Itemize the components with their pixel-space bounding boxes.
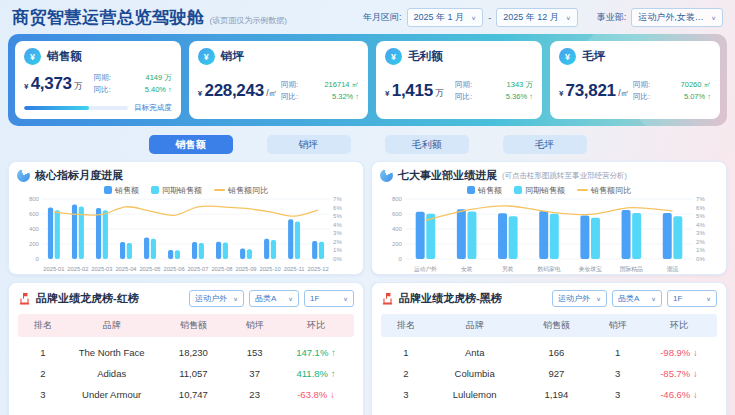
bu-select[interactable]: 运动户外,女装… ∨ [631,8,723,27]
kpi-period-value: 4149 万 [146,72,172,84]
currency-symbol: ¥ [24,82,31,91]
trophy-icon [18,292,31,305]
bar-series1-3[interactable] [498,213,507,259]
bar-series1-1[interactable] [416,212,425,259]
bar-series2-2[interactable] [467,211,476,258]
table-card-black: 品牌业绩龙虎榜-黑榜运动户外∨品类A∨1F∨排名品牌销售额销坪环比1Anta16… [371,282,727,415]
bu-value: 运动户外,女装… [638,11,704,24]
kpi-title: 毛坪 [582,49,605,64]
bar-series1-5[interactable] [580,216,589,259]
table-title: 品牌业绩龙虎榜-红榜 [36,291,139,306]
date-from-select[interactable]: 2025 年 1 月 ∨ [407,8,484,27]
kpi-value: ¥ 228,243 /㎡ [198,81,277,101]
bar-series2-7 [199,243,204,259]
header-controls: 年月区间: 2025 年 1 月 ∨ - 2025 年 12 月 ∨ 事业部: … [363,8,723,27]
chart-title: 核心指标月度进展 [35,168,123,183]
legend-item[interactable]: 销售额 [467,185,502,196]
kpi-value: ¥ 4,373 万 [24,74,83,94]
svg-text:2025-06: 2025-06 [163,266,184,272]
svg-text:2025-10: 2025-10 [259,266,280,272]
chevron-down-icon: ∨ [288,295,293,301]
kpi-title: 销坪 [221,49,244,64]
bar-series1-3 [96,208,101,259]
bar-series2-3[interactable] [509,216,518,259]
bu-filter[interactable]: 运动户外∨ [552,290,607,307]
sales-cell: 927 [522,368,590,379]
target-progress: 目标完成度 [24,103,172,113]
kpi-yoy-label: 同比: [281,91,298,103]
brand-cell: Under Armour [64,389,159,400]
ratio-cell: 411.8% ↑ [282,368,350,379]
bar-series2-6[interactable] [632,213,641,259]
legend-label: 同期销售额 [162,185,202,196]
svg-text:2025-07: 2025-07 [187,266,208,272]
legend-item[interactable]: 销售额 [104,185,139,196]
category-filter[interactable]: 品类A∨ [612,290,662,307]
kpi-card-3: ¥毛利额¥ 1,415 万同期:1343 万同比:5.36% ↑ [376,41,542,119]
tab-gross-profit[interactable]: 毛利额 [385,135,469,154]
bar-series1-6[interactable] [622,210,631,259]
line-swatch [214,189,225,191]
category-filter[interactable]: 品类A∨ [249,290,299,307]
bar-series1-4[interactable] [539,211,548,259]
brand-cell: Anta [427,347,522,358]
svg-text:200: 200 [392,241,403,247]
rank-cell: 2 [385,368,427,379]
legend-item[interactable]: 同期销售额 [151,185,202,196]
header: 商贸智慧运营总览驾驶舱 (该页面仅为示例数据) 年月区间: 2025 年 1 月… [0,0,735,32]
table-title: 品牌业绩龙虎榜-黑榜 [399,291,502,306]
ratio-cell: 147.1% ↑ [282,347,350,358]
brand-cell: Columbia [427,368,522,379]
floor-filter[interactable]: 1F∨ [304,290,354,307]
svg-text:3%: 3% [333,230,342,236]
bar-series1-2 [72,204,77,259]
brand-cell: Lululemon [427,389,522,400]
filter-value: 运动户外 [195,293,227,304]
kpi-value: ¥ 1,415 万 [385,81,444,101]
kpi-yoy-label: 同比: [633,91,650,103]
bar-series2-9 [247,249,252,259]
tab-gross-per-area[interactable]: 毛坪 [503,135,587,154]
kpi-yoy-value: 5.07% ↑ [684,91,711,103]
bar-series1-7[interactable] [663,213,672,259]
bar-series1-2[interactable] [457,209,466,259]
table-row: 1Anta1661-98.9% ↓ [381,337,717,358]
bar-series2-4[interactable] [550,214,559,259]
tab-sales-per-area[interactable]: 销坪 [267,135,351,154]
kpi-yoy-label: 同比: [455,91,472,103]
filter-value: 运动户外 [558,293,590,304]
svg-text:2025-09: 2025-09 [235,266,256,272]
svg-text:4%: 4% [696,222,705,228]
page-subtitle: (该页面仅为示例数据) [210,15,287,26]
title-wrap: 商贸智慧运营总览驾驶舱 (该页面仅为示例数据) [12,6,287,29]
svg-text:5%: 5% [696,213,705,219]
kpi-period-label: 同期: [94,72,111,84]
bar-series2-10 [271,240,276,259]
bar-series1-9 [240,248,245,258]
legend-item[interactable]: 同期销售额 [514,185,565,196]
kpi-yoy-value: 5.32% ↑ [332,91,359,103]
chart-head: 七大事业部业绩进展 (可点击柱形图跳转至事业部经营分析) [380,168,718,183]
floor-filter[interactable]: 1F∨ [667,290,717,307]
legend-item[interactable]: 销售额同比 [214,185,268,196]
yoy-line [54,206,318,216]
kpi-unit: 万 [72,81,83,91]
area-cell: 23 [227,389,281,400]
bar-series2-5[interactable] [591,218,600,259]
bar-series2-7[interactable] [673,216,682,259]
ratio-cell: -46.6% ↓ [645,389,713,400]
bar-series2-3 [103,210,108,259]
table-row: 1The North Face18,230153147.1% ↑ [18,337,354,358]
charts-row: 核心指标月度进展 销售额同期销售额销售额同比 02004006008000%1%… [8,161,727,275]
svg-text:0%: 0% [333,256,342,262]
legend-label: 销售额同比 [591,185,631,196]
bu-filter[interactable]: 运动户外∨ [189,290,244,307]
date-to-select[interactable]: 2025 年 12 月 ∨ [496,8,578,27]
tab-sales-amount[interactable]: 销售额 [149,135,233,154]
svg-text:国际精品: 国际精品 [620,265,643,273]
legend-item[interactable]: 销售额同比 [577,185,631,196]
monthly-chart-svg: 02004006008000%1%2%3%4%5%6%7%2025-012025… [17,196,355,274]
ratio-cell: -98.9% ↓ [645,347,713,358]
legend-label: 销售额 [478,185,502,196]
kpi-period-label: 同期: [633,79,650,91]
